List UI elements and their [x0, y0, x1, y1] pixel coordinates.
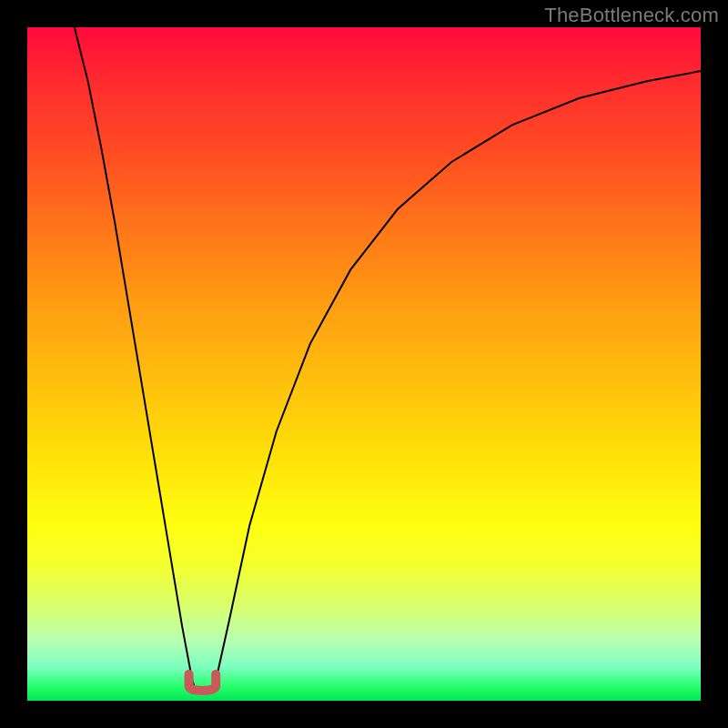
gradient-plot-area	[27, 27, 701, 701]
curve-layer	[27, 27, 701, 701]
notch-marker	[189, 674, 217, 691]
chart-frame: TheBottleneck.com	[0, 0, 728, 728]
bottleneck-curve	[75, 27, 701, 693]
watermark-text: TheBottleneck.com	[544, 4, 719, 27]
